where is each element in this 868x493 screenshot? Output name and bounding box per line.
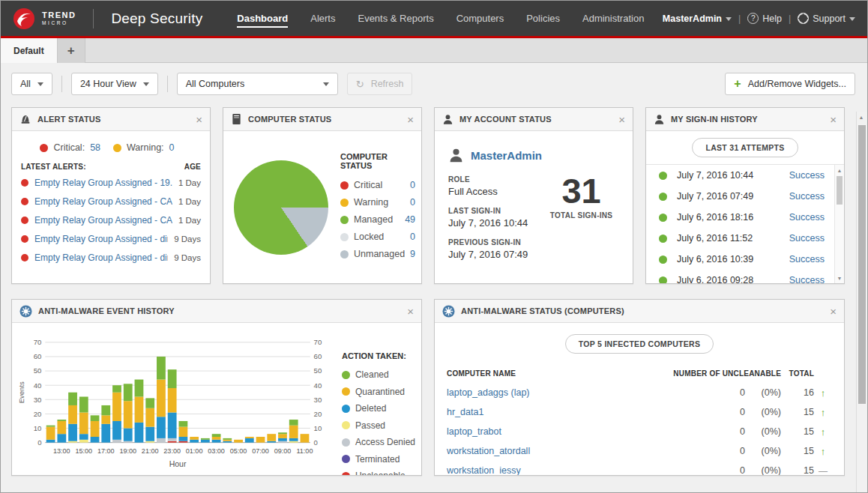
legend-row: Terminated xyxy=(342,451,415,468)
alert-list-header: LATEST ALERTS: AGE xyxy=(21,163,201,171)
signin-list-scrollbar[interactable]: ▲ ▼ xyxy=(834,165,844,284)
alert-link[interactable]: Empty Relay Group Assigned - CA... xyxy=(34,215,172,226)
chevron-down-icon xyxy=(37,82,43,86)
warning-count-link[interactable]: 0 xyxy=(169,142,175,153)
nav-item[interactable]: Computers xyxy=(456,10,504,28)
critical-label: Critical: xyxy=(53,142,85,153)
svg-text:70: 70 xyxy=(314,338,322,346)
nav-item[interactable]: Dashboard xyxy=(237,10,288,28)
am-status-body: TOP 5 INFECTED COMPUTERS COMPUTER NAME N… xyxy=(435,323,844,476)
series-dot-icon xyxy=(342,405,350,413)
close-icon[interactable]: × xyxy=(407,306,414,317)
trend-arrow-icon xyxy=(814,446,832,457)
close-icon[interactable]: × xyxy=(830,306,837,317)
divider: | xyxy=(738,13,741,24)
alert-link[interactable]: Empty Relay Group Assigned - dir... xyxy=(34,252,168,263)
signin-result-link[interactable]: Success xyxy=(789,170,825,181)
signin-row: July 6, 2016 09:28 Success xyxy=(646,270,844,284)
last-31-attempts-button[interactable]: LAST 31 ATTEMPTS xyxy=(692,138,798,157)
status-count-link[interactable]: 0 xyxy=(410,180,415,190)
uncleanable-percent: (0%) xyxy=(745,426,781,437)
account-status-body: MasterAdmin ROLE Full Access LAST SIGN-I… xyxy=(435,131,633,270)
nav-item[interactable]: Policies xyxy=(526,10,560,28)
nav-item[interactable]: Alerts xyxy=(310,10,335,28)
widget-title: ALERT STATUS xyxy=(37,115,101,124)
brand-text: TREND MICRO xyxy=(42,11,76,26)
signin-result-link[interactable]: Success xyxy=(789,275,825,284)
close-icon[interactable]: × xyxy=(618,114,625,125)
alert-link[interactable]: Empty Relay Group Assigned - CA... xyxy=(34,196,172,207)
computer-name-link[interactable]: workstation_atordall xyxy=(447,446,660,456)
widget-header[interactable]: COMPUTER STATUS × xyxy=(223,108,421,131)
computers-filter-select[interactable]: All Computers xyxy=(177,73,338,95)
status-count-link[interactable]: 49 xyxy=(405,214,415,225)
computer-name-link[interactable]: laptop_adaggs (lap) xyxy=(447,387,660,398)
page-scrollbar[interactable]: ▲ xyxy=(856,112,867,492)
am-status-rows: laptop_adaggs (lap) 0 (0%) 16 hr_data1 0… xyxy=(447,383,832,476)
signin-result-link[interactable]: Success xyxy=(789,233,825,244)
computer-name-link[interactable]: workstation_iessy xyxy=(447,465,660,476)
tab-default[interactable]: Default xyxy=(1,38,58,63)
alert-link[interactable]: Empty Relay Group Assigned - dir... xyxy=(34,234,168,244)
latest-alerts-label: LATEST ALERTS: xyxy=(21,163,86,171)
add-remove-widgets-button[interactable]: + Add/Remove Widgets... xyxy=(725,73,855,95)
widget-header[interactable]: ANTI-MALWARE STATUS (COMPUTERS) × xyxy=(435,300,844,323)
svg-text:13:00: 13:00 xyxy=(53,447,70,455)
close-icon[interactable]: × xyxy=(407,114,414,125)
legend-row: Cleaned xyxy=(342,366,415,384)
nav-item[interactable]: Events & Reports xyxy=(358,10,433,28)
status-dot-icon xyxy=(340,199,349,207)
signin-result-link[interactable]: Success xyxy=(789,254,825,264)
time-view-dropdown[interactable]: 24 Hour View xyxy=(71,73,158,95)
refresh-button[interactable]: ↻ Refresh xyxy=(347,73,413,95)
account-username-link[interactable]: MasterAdmin xyxy=(471,149,542,162)
filter-all-label: All xyxy=(20,79,31,89)
critical-count-link[interactable]: 58 xyxy=(90,142,100,153)
computer-status-pie[interactable] xyxy=(234,160,328,255)
brand-divider xyxy=(93,9,94,28)
legend-row: Managed 49 xyxy=(340,211,415,229)
signin-result-link[interactable]: Success xyxy=(789,191,825,202)
alert-list-item: Empty Relay Group Assigned - dir... 9 Da… xyxy=(21,248,201,267)
scrollbar-thumb[interactable] xyxy=(837,176,843,205)
role-label: ROLE xyxy=(448,175,542,184)
scroll-up-icon[interactable]: ▲ xyxy=(835,168,844,173)
svg-text:10: 10 xyxy=(314,424,322,432)
status-count-link[interactable]: 9 xyxy=(410,249,415,259)
top-5-infected-button[interactable]: TOP 5 INFECTED COMPUTERS xyxy=(565,334,714,354)
computer-name-link[interactable]: hr_data1 xyxy=(447,407,660,417)
scroll-down-icon[interactable]: ▼ xyxy=(835,276,844,281)
alert-list-item: Empty Relay Group Assigned - CA... 1 Day xyxy=(21,211,201,229)
series-label: Passed xyxy=(355,420,385,431)
app-window: TREND MICRO Deep Security Dashboard Aler… xyxy=(0,0,868,493)
brand: TREND MICRO Deep Security xyxy=(13,7,202,30)
scroll-up-icon[interactable]: ▲ xyxy=(857,115,866,120)
widget-header[interactable]: MY SIGN-IN HISTORY × xyxy=(646,108,844,131)
dashboard-tabbar: Default + xyxy=(1,38,867,63)
widget-header[interactable]: MY ACCOUNT STATUS × xyxy=(435,108,633,131)
support-menu[interactable]: Support xyxy=(798,13,855,24)
widget-header[interactable]: ALERT STATUS × xyxy=(12,108,210,131)
filter-all-dropdown[interactable]: All xyxy=(11,73,52,95)
nav-item[interactable]: Administration xyxy=(582,10,644,28)
scrollbar-thumb[interactable] xyxy=(858,125,866,404)
user-menu[interactable]: MasterAdmin xyxy=(663,13,732,24)
warning-label: Warning: xyxy=(127,142,164,153)
add-tab-button[interactable]: + xyxy=(58,38,85,63)
widget-header[interactable]: ANTI-MALWARE EVENT HISTORY × xyxy=(12,300,421,323)
help-menu[interactable]: ? Help xyxy=(747,13,782,24)
status-label: Locked xyxy=(354,232,384,242)
status-count-link[interactable]: 0 xyxy=(410,197,415,208)
close-icon[interactable]: × xyxy=(196,114,202,125)
role-value: Full Access xyxy=(448,186,542,197)
alert-link[interactable]: Empty Relay Group Assigned - 19... xyxy=(34,178,172,188)
close-icon[interactable]: × xyxy=(830,114,837,125)
signin-result-link[interactable]: Success xyxy=(789,212,825,223)
legend-row: Critical 0 xyxy=(340,177,415,194)
computer-name-link[interactable]: laptop_trabot xyxy=(447,426,660,437)
account-details: MasterAdmin ROLE Full Access LAST SIGN-I… xyxy=(448,148,542,270)
series-label: Deleted xyxy=(355,403,386,414)
status-count-link[interactable]: 0 xyxy=(410,232,415,242)
signin-row: July 7, 2016 07:49 Success xyxy=(646,186,844,207)
alert-age: 9 Days xyxy=(174,235,201,244)
